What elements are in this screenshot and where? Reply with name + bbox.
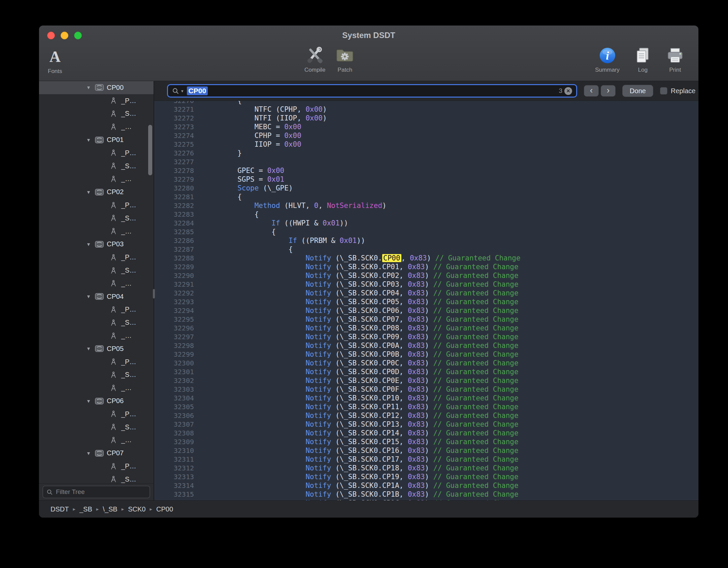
tree-child-item[interactable]: _… bbox=[39, 173, 154, 186]
code-line[interactable]: 32291 Notify (\_SB.SCK0.CP03, 0x83) // G… bbox=[154, 280, 698, 289]
disclosure-triangle-icon[interactable]: ▼ bbox=[86, 398, 95, 404]
code-line[interactable]: 32294 Notify (\_SB.SCK0.CP06, 0x83) // G… bbox=[154, 306, 698, 315]
breadcrumb-item[interactable]: DSDT bbox=[51, 505, 69, 513]
filter-tree-input[interactable]: Filter Tree bbox=[42, 486, 150, 498]
code-line[interactable]: 32277 bbox=[154, 157, 698, 166]
code-line[interactable]: 32307 Notify (\_SB.SCK0.CP13, 0x83) // G… bbox=[154, 420, 698, 429]
patch-toolbar-button[interactable]: Patch bbox=[335, 45, 354, 81]
tree-child-item[interactable]: _P… bbox=[39, 251, 154, 264]
tree-child-item[interactable]: _P… bbox=[39, 407, 154, 421]
breadcrumb-item[interactable]: CP00 bbox=[156, 505, 173, 513]
tree-child-item[interactable]: _S… bbox=[39, 107, 154, 120]
tree-child-item[interactable]: _… bbox=[39, 381, 154, 394]
code-line[interactable]: 32296 Notify (\_SB.SCK0.CP08, 0x83) // G… bbox=[154, 324, 698, 332]
code-line[interactable]: 32290 Notify (\_SB.SCK0.CP02, 0x83) // G… bbox=[154, 271, 698, 280]
code-line[interactable]: 32273 MEBC = 0x00 bbox=[154, 122, 698, 131]
tree-child-item[interactable]: _S… bbox=[39, 212, 154, 225]
disclosure-triangle-icon[interactable]: ▼ bbox=[86, 85, 95, 90]
tree-child-item[interactable]: _P… bbox=[39, 146, 154, 159]
disclosure-triangle-icon[interactable]: ▼ bbox=[86, 451, 95, 456]
code-line[interactable]: 32295 Notify (\_SB.SCK0.CP07, 0x83) // G… bbox=[154, 315, 698, 324]
code-line[interactable]: 32310 Notify (\_SB.SCK0.CP16, 0x83) // G… bbox=[154, 446, 698, 455]
code-editor[interactable]: 32270 {32271 NTFC (CPHP, 0x00)32272 NTFI… bbox=[154, 101, 698, 500]
tree-child-item[interactable]: _P… bbox=[39, 199, 154, 212]
disclosure-triangle-icon[interactable]: ▼ bbox=[86, 242, 95, 247]
code-line[interactable]: 32274 CPHP = 0x00 bbox=[154, 131, 698, 140]
code-line[interactable]: 32303 Notify (\_SB.SCK0.CP0F, 0x83) // G… bbox=[154, 385, 698, 394]
code-line[interactable]: 32281 { bbox=[154, 192, 698, 201]
tree-child-item[interactable]: _S… bbox=[39, 159, 154, 173]
code-line[interactable]: 32271 NTFC (CPHP, 0x00) bbox=[154, 105, 698, 114]
code-line[interactable]: 32270 { bbox=[154, 101, 698, 105]
code-line[interactable]: 32278 GPEC = 0x00 bbox=[154, 166, 698, 175]
code-line[interactable]: 32276 } bbox=[154, 149, 698, 157]
tree-child-item[interactable]: _S… bbox=[39, 421, 154, 434]
clear-search-icon[interactable]: ✕ bbox=[564, 87, 572, 95]
code-line[interactable]: 32287 { bbox=[154, 245, 698, 254]
tree-item-cp00[interactable]: ▼CP00 bbox=[39, 81, 154, 94]
tree-child-item[interactable]: _S… bbox=[39, 473, 154, 483]
code-line[interactable]: 32312 Notify (\_SB.SCK0.CP18, 0x83) // G… bbox=[154, 464, 698, 472]
code-line[interactable]: 32285 { bbox=[154, 227, 698, 236]
code-line[interactable]: 32302 Notify (\_SB.SCK0.CP0E, 0x83) // G… bbox=[154, 376, 698, 385]
code-line[interactable]: 32309 Notify (\_SB.SCK0.CP15, 0x83) // G… bbox=[154, 437, 698, 446]
tree-child-item[interactable]: _P… bbox=[39, 460, 154, 473]
tree-item-cp04[interactable]: ▼CP04 bbox=[39, 290, 154, 303]
code-line[interactable]: 32311 Notify (\_SB.SCK0.CP17, 0x83) // G… bbox=[154, 455, 698, 464]
tree-item-cp01[interactable]: ▼CP01 bbox=[39, 133, 154, 146]
replace-checkbox[interactable] bbox=[660, 87, 667, 95]
tree-child-item[interactable]: _… bbox=[39, 434, 154, 447]
code-line[interactable]: 32283 { bbox=[154, 210, 698, 219]
disclosure-triangle-icon[interactable]: ▼ bbox=[86, 189, 95, 195]
code-line[interactable]: 32300 Notify (\_SB.SCK0.CP0C, 0x83) // G… bbox=[154, 359, 698, 367]
previous-match-button[interactable]: ‹ bbox=[584, 85, 599, 97]
code-line[interactable]: 32292 Notify (\_SB.SCK0.CP04, 0x83) // G… bbox=[154, 289, 698, 297]
fonts-toolbar-button[interactable]: A Fonts bbox=[48, 46, 62, 75]
code-line[interactable]: 32297 Notify (\_SB.SCK0.CP09, 0x83) // G… bbox=[154, 332, 698, 341]
code-line[interactable]: 32313 Notify (\_SB.SCK0.CP19, 0x83) // G… bbox=[154, 472, 698, 481]
code-line[interactable]: 32316 Notify (\_SB.SCK0.CP1C, 0x83) // G… bbox=[154, 499, 698, 500]
code-line[interactable]: 32289 Notify (\_SB.SCK0.CP01, 0x83) // G… bbox=[154, 262, 698, 271]
next-match-button[interactable]: › bbox=[601, 85, 616, 97]
sidebar-scrollbar-thumb[interactable] bbox=[148, 125, 152, 175]
log-toolbar-button[interactable]: Log bbox=[634, 45, 652, 81]
code-line[interactable]: 32282 Method (HLVT, 0, NotSerialized) bbox=[154, 201, 698, 210]
tree-child-item[interactable]: _… bbox=[39, 120, 154, 133]
compile-toolbar-button[interactable]: Compile bbox=[304, 45, 325, 81]
tree-child-item[interactable]: _… bbox=[39, 329, 154, 342]
tree-child-item[interactable]: _… bbox=[39, 277, 154, 290]
disclosure-triangle-icon[interactable]: ▼ bbox=[86, 346, 95, 351]
tree-item-cp02[interactable]: ▼CP02 bbox=[39, 185, 154, 199]
tree-child-item[interactable]: _… bbox=[39, 225, 154, 238]
code-line[interactable]: 32298 Notify (\_SB.SCK0.CP0A, 0x83) // G… bbox=[154, 341, 698, 350]
breadcrumb-item[interactable]: \_SB bbox=[103, 505, 117, 513]
code-line[interactable]: 32284 If ((HWPI & 0x01)) bbox=[154, 219, 698, 227]
tree-child-item[interactable]: _P… bbox=[39, 94, 154, 107]
code-line[interactable]: 32301 Notify (\_SB.SCK0.CP0D, 0x83) // G… bbox=[154, 367, 698, 376]
search-input[interactable]: ▾ CP00 3 ✕ bbox=[167, 84, 577, 98]
code-line[interactable]: 32299 Notify (\_SB.SCK0.CP0B, 0x83) // G… bbox=[154, 350, 698, 359]
search-icon[interactable] bbox=[172, 87, 179, 95]
code-line[interactable]: 32272 NTFI (IIOP, 0x00) bbox=[154, 114, 698, 122]
code-line[interactable]: 32308 Notify (\_SB.SCK0.CP14, 0x83) // G… bbox=[154, 429, 698, 437]
code-line[interactable]: 32275 IIOP = 0x00 bbox=[154, 140, 698, 149]
tree-child-item[interactable]: _S… bbox=[39, 264, 154, 277]
tree-child-item[interactable]: _P… bbox=[39, 355, 154, 368]
code-line[interactable]: 32280 Scope (\_GPE) bbox=[154, 184, 698, 192]
disclosure-triangle-icon[interactable]: ▼ bbox=[86, 137, 95, 143]
disclosure-triangle-icon[interactable]: ▼ bbox=[86, 294, 95, 299]
done-button[interactable]: Done bbox=[622, 85, 653, 97]
breadcrumb-item[interactable]: _SB bbox=[79, 505, 92, 513]
code-line[interactable]: 32279 SGPS = 0x01 bbox=[154, 175, 698, 184]
tree-item-cp03[interactable]: ▼CP03 bbox=[39, 238, 154, 251]
code-line[interactable]: 32288 Notify (\_SB.SCK0.CP00, 0x83) // G… bbox=[154, 254, 698, 262]
code-line[interactable]: 32306 Notify (\_SB.SCK0.CP12, 0x83) // G… bbox=[154, 411, 698, 420]
tree-item-cp05[interactable]: ▼CP05 bbox=[39, 342, 154, 355]
search-menu-caret-icon[interactable]: ▾ bbox=[181, 88, 184, 94]
code-line[interactable]: 32293 Notify (\_SB.SCK0.CP05, 0x83) // G… bbox=[154, 297, 698, 306]
code-line[interactable]: 32305 Notify (\_SB.SCK0.CP11, 0x83) // G… bbox=[154, 402, 698, 411]
code-line[interactable]: 32314 Notify (\_SB.SCK0.CP1A, 0x83) // G… bbox=[154, 481, 698, 490]
tree-item-cp07[interactable]: ▼CP07 bbox=[39, 447, 154, 460]
tree-child-item[interactable]: _P… bbox=[39, 303, 154, 316]
breadcrumb-item[interactable]: SCK0 bbox=[128, 505, 145, 513]
